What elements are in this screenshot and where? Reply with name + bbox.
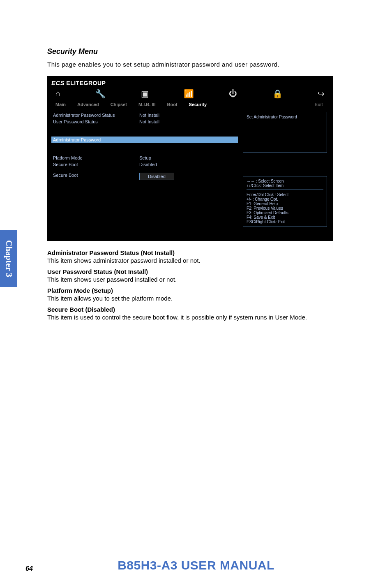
secure-boot-button[interactable]: Disabled xyxy=(139,173,174,180)
platform-mode-label: Platform Mode xyxy=(53,155,139,160)
heading-secure-boot: Secure Boot (Disabled) xyxy=(47,306,345,313)
platform-mode-value: Setup xyxy=(139,155,238,160)
help-line-3: Enter/Dbl Click : Select xyxy=(247,192,323,197)
help-line-4: +/- : Change Opt. xyxy=(247,197,323,201)
tab-chipset[interactable]: Chipset xyxy=(111,102,127,107)
home-icon[interactable]: ⌂ xyxy=(55,89,60,99)
heading-platform-mode: Platform Mode (Setup) xyxy=(47,287,345,294)
user-pw-status-label: User Password Status xyxy=(53,119,139,124)
chipset-icon[interactable]: ▣ xyxy=(141,89,149,99)
help-line-2: ↑↓/Click: Select Item xyxy=(247,183,323,188)
text-platform-mode: This item allows you to set the platform… xyxy=(47,295,345,302)
wrench-icon[interactable]: 🔧 xyxy=(95,89,106,99)
tab-boot[interactable]: Boot xyxy=(167,102,178,107)
bios-left-panel: Administrator Password Status Not Instal… xyxy=(53,112,238,230)
section-title: Security Menu xyxy=(47,47,345,56)
tab-security[interactable]: Security xyxy=(189,102,207,107)
heading-admin-pw-status: Administrator Password Status (Not Insta… xyxy=(47,249,345,256)
user-pw-status-value: Not Install xyxy=(139,119,238,124)
chapter-tab: Chapter 3 xyxy=(0,230,17,287)
exit-icon[interactable]: ↪ xyxy=(318,89,325,99)
row-secure-boot-option[interactable]: Secure Boot Disabled xyxy=(53,172,238,181)
lock-icon[interactable]: 🔒 xyxy=(272,89,283,99)
tab-main[interactable]: Main xyxy=(55,102,66,107)
row-platform-mode: Platform Mode Setup xyxy=(53,155,238,161)
ecs-logo-text: ECS xyxy=(51,79,65,86)
help-top-text: Set Administrator Password xyxy=(247,115,323,119)
heading-user-pw-status: User Password Status (Not Install) xyxy=(47,268,345,275)
page-content: Security Menu This page enables you to s… xyxy=(0,0,392,321)
help-line-1: →← : Select Screen xyxy=(247,179,323,183)
tab-advanced[interactable]: Advanced xyxy=(77,102,99,107)
help-box-top: Set Administrator Password xyxy=(243,112,327,153)
text-admin-pw-status: This item shows administrator password i… xyxy=(47,257,345,264)
help-line-6: F2: Previous Values xyxy=(247,206,323,211)
help-line-9: ESC/Right Click: Exit xyxy=(247,220,323,224)
admin-pw-status-label: Administrator Password Status xyxy=(53,113,139,118)
tab-exit[interactable]: Exit xyxy=(315,102,323,107)
row-admin-pw-status: Administrator Password Status Not Instal… xyxy=(53,112,238,118)
footer: B85H3-A3 USER MANUAL xyxy=(0,558,392,572)
bios-right-panel: Set Administrator Password →← : Select S… xyxy=(243,112,327,230)
help-line-5: F1: General Help xyxy=(247,201,323,206)
brand-name: ELITEGROUP xyxy=(66,80,106,86)
signal-icon[interactable]: 📶 xyxy=(184,89,194,99)
bios-screenshot: ECS ELITEGROUP ⌂ 🔧 ▣ 📶 ⏻ 🔒 ↪ Main Advanc… xyxy=(47,76,333,241)
page-number: 64 xyxy=(25,565,33,572)
help-line-8: F4: Save & Exit xyxy=(247,215,323,220)
bios-tabs: Main Advanced Chipset M.I.B. III Boot Se… xyxy=(47,100,333,109)
power-icon[interactable]: ⏻ xyxy=(229,89,237,99)
footer-title: B85H3-A3 USER MANUAL xyxy=(0,558,392,572)
admin-pw-status-value: Not Install xyxy=(139,113,238,118)
bios-brand-header: ECS ELITEGROUP xyxy=(47,76,333,86)
secure-boot-label: Secure Boot xyxy=(53,162,139,167)
bios-body: Administrator Password Status Not Instal… xyxy=(47,109,333,233)
row-user-pw-status: User Password Status Not Install xyxy=(53,118,238,125)
text-user-pw-status: This item shows user password installed … xyxy=(47,276,345,283)
help-line-7: F3: Optimized Defaults xyxy=(247,211,323,215)
bios-tab-icons: ⌂ 🔧 ▣ 📶 ⏻ 🔒 ↪ xyxy=(47,86,333,100)
text-secure-boot: This item is used to control the secure … xyxy=(47,314,345,321)
secure-boot-option-label: Secure Boot xyxy=(53,173,139,180)
secure-boot-value: Disabled xyxy=(139,162,238,167)
intro-text: This page enables you to set setup admin… xyxy=(47,61,345,68)
tab-mib[interactable]: M.I.B. III xyxy=(138,102,156,107)
admin-password-label: Administrator Password xyxy=(53,137,139,142)
row-secure-boot-status: Secure Boot Disabled xyxy=(53,161,238,168)
row-admin-password[interactable]: Administrator Password xyxy=(51,137,238,143)
help-box-bottom: →← : Select Screen ↑↓/Click: Select Item… xyxy=(243,176,327,227)
